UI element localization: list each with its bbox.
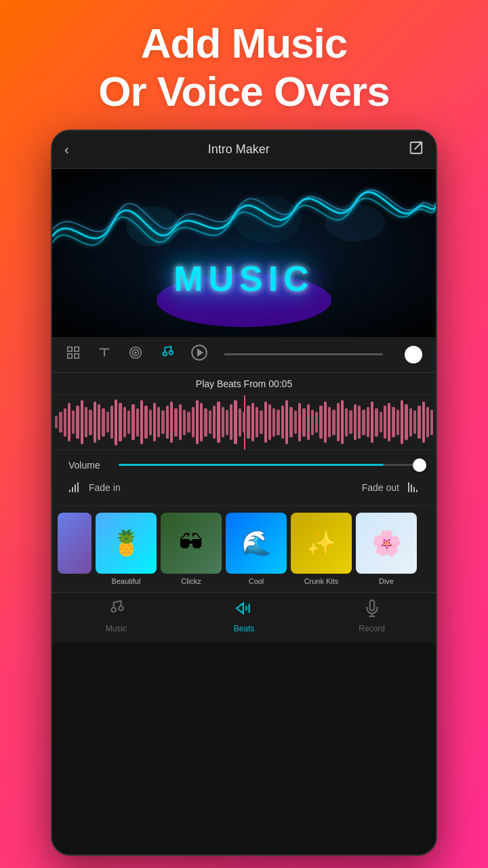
svg-rect-9	[75, 353, 79, 357]
wave-bar	[354, 404, 357, 440]
wave-bar	[380, 412, 382, 433]
wave-bar	[430, 410, 433, 435]
wave-bar	[192, 407, 195, 438]
export-button[interactable]	[409, 140, 424, 159]
wave-bar	[298, 403, 301, 441]
svg-marker-16	[198, 349, 203, 355]
wave-bar	[230, 404, 232, 440]
toolbar	[52, 337, 436, 373]
volume-slider[interactable]	[119, 464, 420, 466]
progress-slider[interactable]	[224, 353, 383, 355]
wave-bar	[358, 406, 361, 439]
svg-rect-6	[68, 347, 72, 351]
music-item-label: Dive	[379, 577, 394, 585]
tab-beats[interactable]: Beats	[217, 599, 271, 633]
wave-bar	[384, 406, 386, 439]
volume-label: Volume	[68, 460, 109, 471]
wave-bar	[140, 400, 143, 443]
wave-bar	[367, 407, 369, 438]
back-button[interactable]: ‹	[64, 142, 69, 157]
wave-bar	[222, 407, 224, 438]
wave-bar	[388, 403, 390, 441]
music-grid: 🍍 Beautiful 🕶 Clickz 🌊 Cool ✨ Crunk Kits…	[52, 505, 436, 592]
wave-bar	[136, 408, 139, 437]
volume-section: Volume Fade in Fade out	[52, 450, 436, 505]
wave-bar	[183, 410, 186, 435]
wave-bar	[89, 410, 92, 435]
waveform-area[interactable]	[52, 395, 436, 450]
wave-bar	[98, 404, 100, 440]
wave-bar	[55, 416, 58, 429]
wave-bar	[413, 410, 416, 433]
svg-rect-17	[69, 490, 70, 492]
wave-bar	[76, 406, 79, 439]
wave-bar	[127, 410, 130, 433]
music-icon[interactable]	[159, 345, 174, 364]
wave-bar	[349, 410, 352, 433]
tab-music[interactable]: Music	[89, 599, 143, 633]
wave-visual	[52, 169, 436, 336]
fade-in-icon	[68, 480, 83, 496]
svg-rect-19	[75, 484, 76, 492]
wave-bar	[106, 412, 109, 433]
wave-bar	[187, 412, 190, 433]
wave-bar	[64, 408, 66, 437]
wave-bar	[166, 406, 169, 439]
fade-out-item[interactable]: Fade out	[362, 480, 420, 496]
text-icon[interactable]	[97, 345, 112, 364]
wave-bar	[115, 399, 117, 446]
tab-record[interactable]: Record	[345, 599, 399, 633]
wave-bar	[102, 408, 104, 437]
music-label: MUSIC	[153, 256, 335, 302]
music-tab-label: Music	[106, 624, 127, 633]
wave-bar	[324, 401, 327, 443]
list-item[interactable]: ✨ Crunk Kits	[291, 513, 352, 585]
wave-bar	[94, 401, 96, 443]
fade-in-label: Fade in	[89, 482, 121, 493]
wave-bar	[396, 410, 399, 435]
wave-bar	[209, 410, 211, 433]
list-item[interactable]: 🌊 Cool	[226, 513, 287, 585]
wave-bar	[405, 404, 407, 440]
wave-bar	[161, 410, 164, 433]
play-icon[interactable]	[190, 344, 208, 366]
playhead	[244, 395, 245, 450]
list-item[interactable]	[58, 513, 92, 585]
music-tab-icon	[107, 599, 125, 621]
list-item[interactable]: 🌸 Dive	[356, 513, 417, 585]
list-item[interactable]: 🍍 Beautiful	[96, 513, 157, 585]
wave-bar	[144, 406, 147, 439]
svg-rect-18	[72, 487, 73, 492]
wave-bar	[277, 410, 279, 435]
svg-rect-23	[413, 487, 415, 492]
wave-bar	[226, 410, 228, 435]
wave-bar	[345, 408, 348, 437]
svg-point-3	[234, 195, 301, 243]
fade-out-icon	[405, 480, 420, 496]
wave-bar	[72, 410, 75, 433]
wave-bar	[302, 408, 305, 437]
wave-bar	[409, 408, 412, 437]
beats-tab-label: Beats	[234, 624, 255, 633]
wave-bar	[256, 407, 258, 438]
wave-bar	[85, 407, 87, 438]
wave-bar	[401, 400, 403, 443]
hero-section: Add Music Or Voice Overs	[85, 0, 403, 130]
fade-in-item[interactable]: Fade in	[68, 480, 121, 496]
wave-bar	[268, 404, 271, 440]
frames-icon[interactable]	[66, 345, 81, 364]
record-tab-icon	[363, 599, 381, 621]
position-knob[interactable]	[405, 346, 422, 363]
wave-bar	[123, 407, 126, 438]
wave-bar	[426, 407, 429, 438]
fade-row: Fade in Fade out	[68, 480, 420, 496]
beats-label: Play Beats From 00:05	[52, 373, 436, 395]
wave-bar	[260, 410, 262, 433]
effects-icon[interactable]	[128, 345, 143, 364]
list-item[interactable]: 🕶 Clickz	[161, 513, 222, 585]
wave-bar	[196, 400, 199, 443]
wave-bar	[328, 407, 331, 438]
fade-out-label: Fade out	[362, 482, 399, 493]
wave-bar	[371, 401, 373, 443]
wave-bar	[170, 401, 173, 443]
